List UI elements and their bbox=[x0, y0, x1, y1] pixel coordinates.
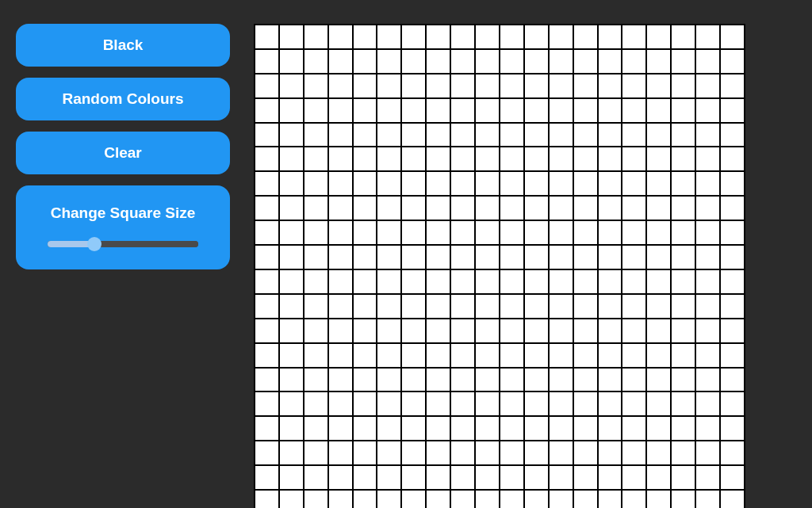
grid-cell[interactable] bbox=[622, 490, 646, 508]
grid-cell[interactable] bbox=[255, 147, 279, 171]
grid-cell[interactable] bbox=[255, 98, 279, 123]
grid-cell[interactable] bbox=[401, 74, 426, 98]
grid-cell[interactable] bbox=[549, 319, 573, 343]
grid-cell[interactable] bbox=[279, 269, 304, 294]
grid-cell[interactable] bbox=[524, 343, 549, 368]
grid-cell[interactable] bbox=[475, 196, 500, 220]
grid-cell[interactable] bbox=[353, 171, 377, 196]
grid-cell[interactable] bbox=[720, 220, 745, 245]
grid-cell[interactable] bbox=[279, 416, 304, 441]
grid-cell[interactable] bbox=[426, 25, 450, 49]
grid-cell[interactable] bbox=[695, 74, 720, 98]
grid-cell[interactable] bbox=[304, 147, 328, 171]
grid-cell[interactable] bbox=[573, 74, 598, 98]
grid-cell[interactable] bbox=[328, 490, 353, 508]
grid-cell[interactable] bbox=[475, 392, 500, 416]
grid-cell[interactable] bbox=[720, 147, 745, 171]
grid-cell[interactable] bbox=[671, 343, 695, 368]
grid-cell[interactable] bbox=[500, 49, 524, 74]
grid-cell[interactable] bbox=[598, 196, 622, 220]
grid-cell[interactable] bbox=[304, 25, 328, 49]
grid-cell[interactable] bbox=[500, 147, 524, 171]
grid-cell[interactable] bbox=[255, 343, 279, 368]
grid-cell[interactable] bbox=[353, 319, 377, 343]
grid-cell[interactable] bbox=[426, 269, 450, 294]
grid-cell[interactable] bbox=[450, 416, 475, 441]
grid-cell[interactable] bbox=[549, 196, 573, 220]
grid-cell[interactable] bbox=[377, 74, 401, 98]
grid-cell[interactable] bbox=[401, 147, 426, 171]
grid-cell[interactable] bbox=[500, 25, 524, 49]
grid-cell[interactable] bbox=[450, 269, 475, 294]
grid-cell[interactable] bbox=[671, 416, 695, 441]
grid-cell[interactable] bbox=[353, 25, 377, 49]
grid-cell[interactable] bbox=[255, 269, 279, 294]
grid-cell[interactable] bbox=[304, 49, 328, 74]
grid-cell[interactable] bbox=[500, 490, 524, 508]
grid-cell[interactable] bbox=[646, 25, 671, 49]
grid-cell[interactable] bbox=[695, 392, 720, 416]
grid-cell[interactable] bbox=[549, 392, 573, 416]
grid-cell[interactable] bbox=[549, 123, 573, 147]
grid-cell[interactable] bbox=[401, 319, 426, 343]
random-colours-button[interactable]: Random Colours bbox=[16, 78, 230, 120]
grid-cell[interactable] bbox=[377, 319, 401, 343]
grid-cell[interactable] bbox=[500, 465, 524, 490]
grid-cell[interactable] bbox=[646, 465, 671, 490]
grid-cell[interactable] bbox=[475, 49, 500, 74]
grid-cell[interactable] bbox=[377, 25, 401, 49]
grid-cell[interactable] bbox=[549, 220, 573, 245]
grid-cell[interactable] bbox=[622, 123, 646, 147]
grid-cell[interactable] bbox=[450, 319, 475, 343]
grid-cell[interactable] bbox=[524, 74, 549, 98]
grid-cell[interactable] bbox=[671, 25, 695, 49]
grid-cell[interactable] bbox=[377, 368, 401, 392]
grid-cell[interactable] bbox=[598, 245, 622, 269]
grid-cell[interactable] bbox=[622, 74, 646, 98]
grid-cell[interactable] bbox=[279, 123, 304, 147]
grid-cell[interactable] bbox=[671, 319, 695, 343]
grid-cell[interactable] bbox=[450, 74, 475, 98]
grid-cell[interactable] bbox=[720, 319, 745, 343]
grid-cell[interactable] bbox=[255, 123, 279, 147]
grid-cell[interactable] bbox=[598, 171, 622, 196]
grid-cell[interactable] bbox=[328, 319, 353, 343]
grid-cell[interactable] bbox=[450, 25, 475, 49]
grid-cell[interactable] bbox=[450, 220, 475, 245]
grid-cell[interactable] bbox=[328, 294, 353, 319]
grid-cell[interactable] bbox=[695, 269, 720, 294]
grid-cell[interactable] bbox=[720, 368, 745, 392]
grid-cell[interactable] bbox=[353, 49, 377, 74]
grid-cell[interactable] bbox=[573, 465, 598, 490]
grid-cell[interactable] bbox=[304, 245, 328, 269]
grid-cell[interactable] bbox=[720, 196, 745, 220]
grid-cell[interactable] bbox=[328, 74, 353, 98]
grid-cell[interactable] bbox=[401, 49, 426, 74]
grid-cell[interactable] bbox=[426, 171, 450, 196]
grid-cell[interactable] bbox=[524, 196, 549, 220]
clear-button[interactable]: Clear bbox=[16, 132, 230, 174]
grid-cell[interactable] bbox=[426, 368, 450, 392]
grid-cell[interactable] bbox=[720, 416, 745, 441]
grid-cell[interactable] bbox=[549, 74, 573, 98]
grid-cell[interactable] bbox=[622, 294, 646, 319]
grid-cell[interactable] bbox=[255, 490, 279, 508]
grid-cell[interactable] bbox=[598, 220, 622, 245]
grid-cell[interactable] bbox=[426, 441, 450, 465]
grid-cell[interactable] bbox=[720, 25, 745, 49]
grid-cell[interactable] bbox=[622, 196, 646, 220]
grid-cell[interactable] bbox=[573, 319, 598, 343]
grid-cell[interactable] bbox=[426, 49, 450, 74]
grid-cell[interactable] bbox=[450, 171, 475, 196]
grid-cell[interactable] bbox=[255, 25, 279, 49]
grid-cell[interactable] bbox=[353, 123, 377, 147]
grid-cell[interactable] bbox=[500, 416, 524, 441]
grid-cell[interactable] bbox=[304, 98, 328, 123]
grid-cell[interactable] bbox=[401, 269, 426, 294]
grid-cell[interactable] bbox=[328, 343, 353, 368]
grid-cell[interactable] bbox=[646, 441, 671, 465]
grid-cell[interactable] bbox=[377, 490, 401, 508]
grid-cell[interactable] bbox=[622, 171, 646, 196]
grid-cell[interactable] bbox=[671, 245, 695, 269]
grid-cell[interactable] bbox=[279, 343, 304, 368]
